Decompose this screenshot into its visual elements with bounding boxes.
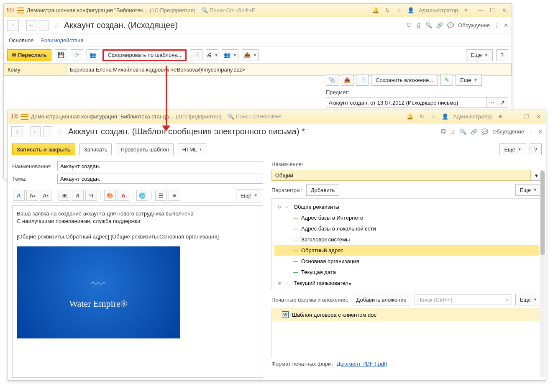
user-name[interactable]: Администратор	[419, 7, 458, 13]
attach-search[interactable]: Поиск (Ctrl+F) ×	[415, 294, 512, 305]
favorite-icon[interactable]: ☆	[57, 127, 64, 136]
check-template-button[interactable]: Проверить шаблон	[116, 143, 173, 155]
bell-icon[interactable]: 🔔	[406, 113, 414, 120]
fmt-more-button[interactable]: Еще▼	[236, 190, 262, 201]
tree-item[interactable]: —Основная организация	[274, 256, 539, 266]
link-icon[interactable]: 🔗	[436, 22, 443, 28]
tree-item[interactable]: —Адрес базы в Интернете	[274, 212, 539, 223]
subject-input[interactable]: Аккаунт создан. от 13.07.2012 (Исходящее…	[326, 97, 486, 108]
attachments-list[interactable]: W Шаблон договора с клиентом.doc	[271, 308, 542, 358]
favorite-icon[interactable]: ☆	[53, 21, 60, 30]
more-button[interactable]: Еще▼	[499, 143, 526, 155]
help-button[interactable]: ?	[530, 143, 542, 155]
tab-interactions[interactable]: Взаимодействия	[41, 36, 84, 45]
discuss-label[interactable]: Обсуждение	[492, 128, 524, 135]
menu-icon[interactable]	[17, 8, 24, 13]
forward-button[interactable]: →	[43, 126, 53, 137]
preview-icon[interactable]: 🔍	[460, 128, 466, 135]
font-size-down-button[interactable]: A▾	[40, 190, 51, 201]
close-form-button[interactable]: ✕	[538, 128, 543, 135]
save-attachment-button[interactable]: Сохранить вложение...	[371, 74, 438, 86]
minimize-button[interactable]: —	[510, 113, 520, 121]
save-button[interactable]: Записать	[79, 143, 112, 155]
attach-icon[interactable]: 📎	[326, 74, 338, 86]
print-icon[interactable]: 🖨	[450, 128, 456, 135]
forward-button[interactable]: ✉ Переслать	[7, 49, 51, 61]
help-button[interactable]: ?	[496, 49, 508, 61]
user-icon[interactable]: 👤	[407, 7, 415, 14]
bullet-list-button[interactable]: ≡	[169, 190, 180, 201]
tree-item[interactable]: —Адрес базы в локальной сети	[274, 223, 539, 234]
tree-item[interactable]: ⊕ ≡ Текущий пользователь	[274, 277, 539, 288]
collapse-icon[interactable]: ⊖	[278, 205, 283, 209]
people-button[interactable]: 👥▼	[222, 49, 238, 61]
contacts-button[interactable]: 👥	[87, 49, 99, 61]
print-format-link[interactable]: Документ PDF (.pdf)	[337, 361, 387, 367]
scrollbar[interactable]	[540, 171, 545, 377]
tab-main[interactable]: Основное	[9, 36, 34, 45]
italic-button[interactable]: К	[72, 190, 84, 201]
insert-image-button[interactable]: 🌐	[136, 190, 148, 201]
subject-open-button[interactable]: ↗	[497, 97, 508, 108]
star-icon[interactable]: ☆	[430, 113, 437, 120]
bold-button[interactable]: Ж	[59, 190, 70, 201]
edit-icon[interactable]: ✎	[440, 74, 453, 86]
html-button[interactable]: HTML▾	[178, 143, 206, 155]
tree-root[interactable]: ⊖ ≡ Общие реквизиты	[274, 201, 539, 212]
link-icon[interactable]: 🔗	[471, 128, 477, 135]
close-form-button[interactable]: ✕	[504, 22, 508, 28]
name-input[interactable]: Аккаунт создан.	[57, 161, 263, 171]
bell-icon[interactable]: 🔔	[372, 7, 379, 14]
add-attachment-button[interactable]: Добавить вложение	[352, 294, 411, 305]
back-button[interactable]: ←	[31, 126, 41, 137]
user-name[interactable]: Администратор	[453, 113, 492, 120]
settings-icon[interactable]: ≡	[497, 113, 504, 120]
tree-item-selected[interactable]: —Обратный адрес	[274, 245, 539, 256]
editor-area[interactable]: Ваша заявка на создание аккаунта для нов…	[12, 205, 263, 378]
home-button[interactable]: ⌂	[7, 20, 19, 31]
more-button[interactable]: Еще▼	[456, 74, 482, 86]
maximize-button[interactable]: ☐	[522, 113, 532, 121]
params-more-button[interactable]: Еще▼	[515, 184, 542, 196]
font-size-up-button[interactable]: A▴	[26, 190, 38, 201]
history-icon[interactable]: ↻	[418, 113, 425, 120]
save-close-button[interactable]: Записать и закрыть	[12, 143, 75, 155]
menu-icon[interactable]	[21, 114, 28, 120]
save-button[interactable]: 💾	[55, 49, 67, 61]
highlight-button[interactable]: 🎨	[104, 190, 116, 201]
document-button[interactable]: 📄	[190, 49, 202, 61]
font-button[interactable]: A	[13, 190, 25, 201]
discuss-label[interactable]: Обсуждение	[458, 22, 490, 28]
theme-input[interactable]: Аккаунт создан.	[57, 174, 263, 184]
print-icon[interactable]: 🖨	[416, 22, 421, 28]
more-icon[interactable]: ⋮	[494, 22, 499, 28]
settings-icon[interactable]: ≡	[462, 7, 470, 14]
close-button[interactable]: ✕	[499, 6, 509, 15]
tree-item[interactable]: —Текущая дата	[274, 266, 539, 277]
create-from-template-button[interactable]: Сформировать по шаблону...	[102, 49, 187, 61]
preview-icon[interactable]: 🔍	[425, 22, 432, 28]
print-button[interactable]: 🖨▼	[206, 49, 218, 61]
back-button[interactable]: ←	[26, 20, 36, 31]
save-icon[interactable]: 🖫	[406, 22, 412, 28]
more-button[interactable]: Еще▼	[466, 49, 492, 61]
user-icon[interactable]: 👤	[441, 113, 449, 120]
home-button[interactable]: ⌂	[11, 126, 23, 137]
star-icon[interactable]: ☆	[395, 7, 403, 14]
global-search[interactable]: 🔍 Поиск Ctrl+Shift+F	[228, 113, 404, 120]
text-color-button[interactable]: A	[118, 190, 129, 201]
history-icon[interactable]: ↻	[384, 7, 391, 14]
destination-input[interactable]: Общий	[271, 170, 531, 181]
new-doc-icon[interactable]: 📄	[356, 74, 369, 86]
close-button[interactable]: ✕	[533, 113, 543, 121]
maximize-button[interactable]: ☐	[487, 6, 497, 15]
clear-icon[interactable]: ×	[506, 297, 509, 303]
minimize-button[interactable]: —	[476, 6, 486, 15]
save-icon[interactable]: 🖫	[440, 128, 446, 135]
scroll-thumb[interactable]	[540, 171, 545, 255]
refresh-button[interactable]: ⟳	[71, 49, 83, 61]
add-param-button[interactable]: Добавить	[306, 184, 339, 196]
forward-button[interactable]: →	[39, 20, 49, 31]
underline-button[interactable]: Ч	[85, 190, 97, 201]
attach-more-button[interactable]: Еще▼	[515, 294, 542, 305]
